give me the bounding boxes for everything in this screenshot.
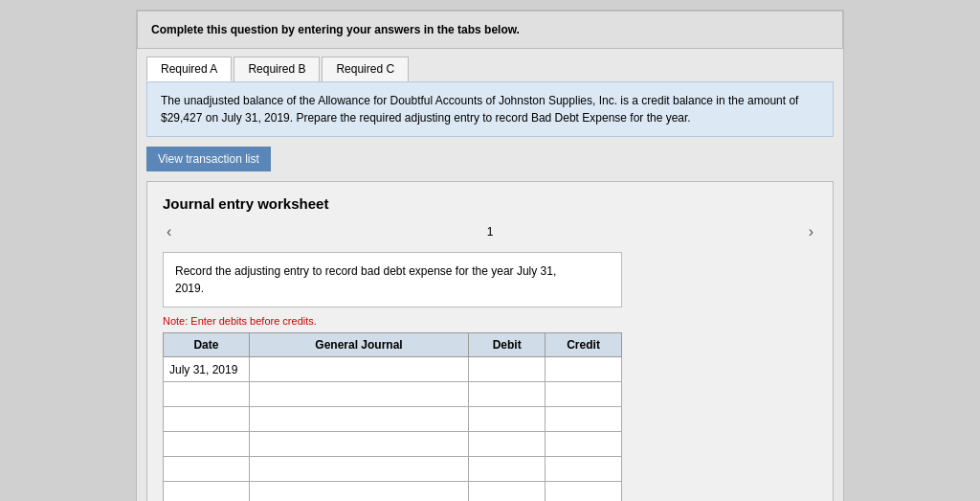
journal-cell-4[interactable] [249, 457, 468, 482]
date-input-0[interactable] [169, 363, 243, 376]
description-box: Record the adjusting entry to record bad… [163, 252, 622, 307]
debit-cell-5[interactable] [469, 482, 546, 502]
debit-input-4[interactable] [475, 463, 539, 476]
date-input-5[interactable] [169, 488, 243, 501]
date-input-2[interactable] [169, 413, 243, 426]
debit-cell-2[interactable] [469, 407, 546, 432]
table-row [164, 482, 622, 502]
table-row [164, 382, 622, 407]
journal-cell-3[interactable] [249, 432, 468, 457]
credit-input-3[interactable] [551, 438, 615, 451]
date-input-3[interactable] [169, 438, 243, 451]
credit-input-2[interactable] [551, 413, 615, 426]
instruction-bar: Complete this question by entering your … [137, 11, 843, 49]
col-header-date: Date [164, 333, 250, 357]
journal-input-3[interactable] [256, 438, 462, 451]
prev-page-button[interactable]: ‹ [163, 221, 175, 242]
tab-required-a[interactable]: Required A [146, 57, 232, 81]
credit-cell-3[interactable] [546, 432, 622, 457]
description-text: Record the adjusting entry to record bad… [175, 264, 556, 295]
instruction-text: Complete this question by entering your … [151, 23, 520, 36]
worksheet-panel: Journal entry worksheet ‹ › Record the a… [146, 181, 834, 501]
journal-cell-5[interactable] [249, 482, 468, 502]
debit-input-5[interactable] [475, 488, 539, 501]
credit-input-4[interactable] [551, 463, 615, 476]
tab-required-b[interactable]: Required B [234, 57, 320, 81]
debit-cell-0[interactable] [469, 357, 546, 382]
credit-input-1[interactable] [551, 388, 615, 401]
journal-input-2[interactable] [256, 413, 462, 426]
journal-cell-2[interactable] [249, 407, 468, 432]
credit-cell-2[interactable] [546, 407, 622, 432]
debit-cell-4[interactable] [469, 457, 546, 482]
debit-cell-3[interactable] [469, 432, 546, 457]
credit-input-5[interactable] [551, 488, 615, 501]
tabs-row: Required A Required B Required C [137, 49, 843, 81]
table-row [164, 457, 622, 482]
main-container: Complete this question by entering your … [136, 10, 844, 501]
nav-row: ‹ › [163, 221, 817, 242]
credit-cell-5[interactable] [546, 482, 622, 502]
debit-input-2[interactable] [475, 413, 539, 426]
next-page-button[interactable]: › [805, 221, 817, 242]
page-number-input[interactable] [181, 222, 798, 241]
journal-table: Date General Journal Debit Credit [163, 332, 622, 501]
journal-cell-0[interactable] [249, 357, 468, 382]
date-cell-3[interactable] [164, 432, 250, 457]
date-cell-4[interactable] [164, 457, 250, 482]
journal-input-0[interactable] [256, 363, 462, 376]
table-row [164, 407, 622, 432]
debit-input-3[interactable] [475, 438, 539, 451]
view-transaction-button[interactable]: View transaction list [146, 147, 271, 171]
date-input-4[interactable] [169, 463, 243, 476]
col-header-credit: Credit [546, 333, 622, 357]
table-row [164, 432, 622, 457]
credit-input-0[interactable] [551, 363, 615, 376]
date-cell-1[interactable] [164, 382, 250, 407]
date-cell-2[interactable] [164, 407, 250, 432]
info-text: The unadjusted balance of the Allowance … [161, 94, 798, 125]
journal-input-4[interactable] [256, 463, 462, 476]
tab-required-c[interactable]: Required C [322, 57, 409, 81]
date-cell-0[interactable] [164, 357, 250, 382]
credit-cell-0[interactable] [546, 357, 622, 382]
date-input-1[interactable] [169, 388, 243, 401]
col-header-journal: General Journal [249, 333, 468, 357]
credit-cell-1[interactable] [546, 382, 622, 407]
debit-cell-1[interactable] [469, 382, 546, 407]
credit-cell-4[interactable] [546, 457, 622, 482]
info-box: The unadjusted balance of the Allowance … [146, 81, 834, 137]
worksheet-title: Journal entry worksheet [163, 195, 817, 212]
journal-input-5[interactable] [256, 488, 462, 501]
debit-input-0[interactable] [475, 363, 539, 376]
journal-input-1[interactable] [256, 388, 462, 401]
note-text: Note: Enter debits before credits. [163, 315, 817, 327]
col-header-debit: Debit [469, 333, 546, 357]
journal-cell-1[interactable] [249, 382, 468, 407]
date-cell-5[interactable] [164, 482, 250, 502]
debit-input-1[interactable] [475, 388, 539, 401]
table-row [164, 357, 622, 382]
